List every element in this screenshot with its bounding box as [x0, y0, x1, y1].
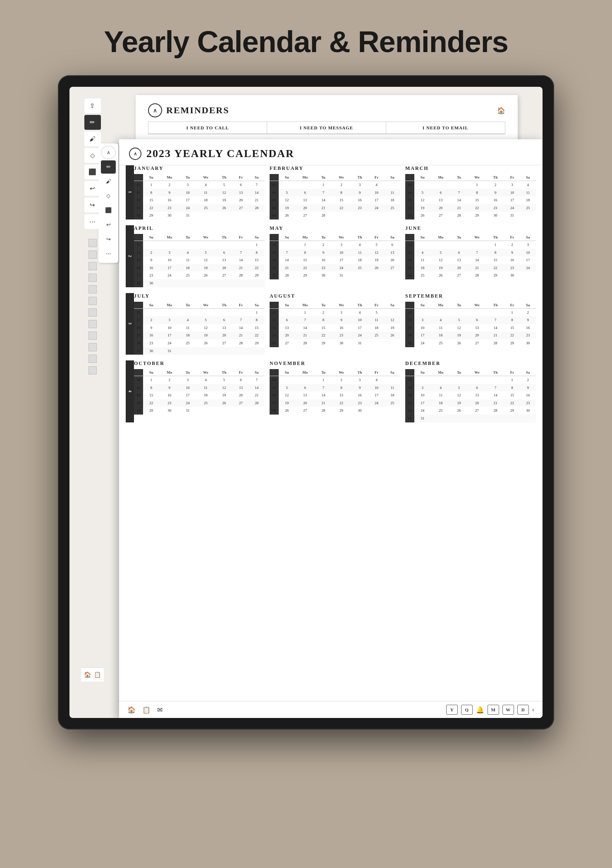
- left-checkbox-6[interactable]: [88, 297, 97, 305]
- calendar-day-cell[interactable]: 21: [467, 264, 487, 272]
- calendar-day-cell[interactable]: 6: [385, 241, 400, 248]
- calendar-day-cell[interactable]: 7: [451, 189, 467, 197]
- calendar-day-cell[interactable]: 3: [414, 384, 431, 392]
- calendar-day-cell[interactable]: 29: [487, 272, 504, 279]
- calendar-day-cell[interactable]: 11: [179, 324, 196, 332]
- calendar-day-cell[interactable]: 3: [160, 316, 179, 324]
- calendar-day-cell[interactable]: 19: [385, 324, 400, 332]
- calendar-day-cell[interactable]: 8: [143, 189, 160, 197]
- left-checkbox-12[interactable]: [88, 366, 97, 374]
- redo-btn[interactable]: ↪: [84, 198, 101, 212]
- calendar-day-cell[interactable]: 18: [520, 196, 536, 204]
- calendar-day-cell[interactable]: 11: [368, 316, 384, 324]
- calendar-day-cell[interactable]: 24: [160, 272, 179, 279]
- calendar-day-cell[interactable]: 7: [487, 316, 504, 324]
- calendar-day-cell[interactable]: 27: [233, 204, 249, 212]
- calendar-day-cell[interactable]: 10: [368, 384, 384, 392]
- calendar-day-cell[interactable]: 18: [351, 256, 369, 264]
- calendar-day-cell[interactable]: 16: [143, 331, 160, 339]
- calendar-day-cell[interactable]: 31: [179, 407, 196, 415]
- calendar-day-cell[interactable]: 9: [160, 384, 179, 392]
- calendar-day-cell[interactable]: 14: [249, 189, 265, 197]
- calendar-day-cell[interactable]: 15: [143, 391, 160, 399]
- calendar-day-cell[interactable]: 22: [332, 204, 351, 212]
- calendar-day-cell[interactable]: 2: [332, 376, 351, 384]
- calendar-day-cell[interactable]: 29: [249, 272, 265, 279]
- calendar-day-cell[interactable]: 29: [504, 407, 520, 415]
- calendar-day-cell[interactable]: 29: [143, 407, 160, 415]
- calendar-day-cell[interactable]: 21: [249, 391, 265, 399]
- calendar-day-cell[interactable]: 17: [160, 264, 179, 272]
- calendar-day-cell[interactable]: 26: [279, 407, 295, 415]
- calendar-day-cell[interactable]: 14: [487, 391, 504, 399]
- calendar-day-cell[interactable]: 7: [467, 249, 487, 257]
- calendar-day-cell[interactable]: 3: [332, 241, 351, 248]
- calendar-day-cell[interactable]: 16: [520, 324, 536, 332]
- calendar-day-cell[interactable]: 14: [233, 324, 249, 332]
- calendar-day-cell[interactable]: 9: [315, 249, 332, 257]
- calendar-day-cell[interactable]: 9: [351, 384, 369, 392]
- calendar-day-cell[interactable]: 27: [467, 407, 487, 415]
- calendar-day-cell[interactable]: 17: [414, 331, 431, 339]
- calendar-day-cell[interactable]: 13: [467, 324, 487, 332]
- calendar-day-cell[interactable]: 6: [295, 189, 315, 197]
- calendar-day-cell[interactable]: 5: [215, 181, 233, 189]
- calendar-day-cell[interactable]: 15: [249, 324, 265, 332]
- calendar-day-cell[interactable]: 7: [233, 249, 249, 257]
- calendar-day-cell[interactable]: 4: [414, 249, 431, 257]
- calendar-day-cell[interactable]: 28: [233, 272, 249, 279]
- calendar-day-cell[interactable]: 21: [315, 204, 332, 212]
- calendar-day-cell[interactable]: 24: [368, 204, 384, 212]
- calendar-day-cell[interactable]: 8: [249, 249, 265, 257]
- calendar-day-cell[interactable]: 27: [215, 272, 233, 279]
- calendar-day-cell[interactable]: 18: [385, 391, 400, 399]
- calendar-day-cell[interactable]: 5: [414, 189, 431, 197]
- left-checkbox-8[interactable]: [88, 320, 97, 328]
- calendar-day-cell[interactable]: 24: [160, 339, 179, 347]
- calendar-day-cell[interactable]: 27: [451, 272, 467, 279]
- calendar-day-cell[interactable]: 21: [451, 204, 467, 212]
- calendar-day-cell[interactable]: 22: [249, 331, 265, 339]
- calendar-day-cell[interactable]: 6: [467, 316, 487, 324]
- calendar-day-cell[interactable]: 30: [520, 339, 536, 347]
- calendar-day-cell[interactable]: 2: [504, 241, 520, 248]
- calendar-day-cell[interactable]: 16: [504, 256, 520, 264]
- calendar-day-cell[interactable]: 27: [467, 339, 487, 347]
- calendar-day-cell[interactable]: 25: [196, 204, 215, 212]
- calendar-day-cell[interactable]: 5: [196, 316, 215, 324]
- calendar-day-cell[interactable]: 2: [160, 376, 179, 384]
- calendar-day-cell[interactable]: 3: [332, 308, 351, 316]
- calendar-day-cell[interactable]: 7: [315, 384, 332, 392]
- calendar-day-cell[interactable]: 20: [467, 331, 487, 339]
- calendar-day-cell[interactable]: 16: [351, 196, 369, 204]
- reminders-home-icon[interactable]: 🏠: [497, 107, 505, 114]
- calendar-day-cell[interactable]: 29: [143, 212, 160, 219]
- calendar-day-cell[interactable]: 20: [215, 331, 233, 339]
- calendar-day-cell[interactable]: 22: [143, 399, 160, 407]
- calendar-day-cell[interactable]: 30: [332, 339, 351, 347]
- calendar-day-cell[interactable]: 30: [504, 272, 520, 279]
- calendar-day-cell[interactable]: 24: [332, 264, 351, 272]
- calendar-day-cell[interactable]: 25: [385, 399, 400, 407]
- calendar-day-cell[interactable]: 25: [414, 272, 431, 279]
- calendar-day-cell[interactable]: 7: [249, 181, 265, 189]
- calendar-day-cell[interactable]: 14: [315, 196, 332, 204]
- calendar-day-cell[interactable]: 20: [215, 264, 233, 272]
- calendar-day-cell[interactable]: 15: [315, 324, 332, 332]
- calendar-day-cell[interactable]: 15: [295, 256, 315, 264]
- calendar-day-cell[interactable]: 1: [504, 376, 520, 384]
- calendar-day-cell[interactable]: 4: [351, 308, 369, 316]
- calendar-day-cell[interactable]: 22: [249, 264, 265, 272]
- left-checkbox-2[interactable]: [88, 250, 97, 259]
- calendar-day-cell[interactable]: 24: [520, 264, 536, 272]
- calendar-day-cell[interactable]: 2: [143, 316, 160, 324]
- calendar-day-cell[interactable]: 29: [467, 212, 487, 219]
- calendar-day-cell[interactable]: 11: [196, 189, 215, 197]
- calendar-day-cell[interactable]: 19: [368, 256, 384, 264]
- calendar-day-cell[interactable]: 25: [385, 204, 400, 212]
- calendar-day-cell[interactable]: 10: [179, 189, 196, 197]
- calendar-day-cell[interactable]: 25: [520, 204, 536, 212]
- nav-year-btn[interactable]: Y: [446, 705, 458, 715]
- calendar-day-cell[interactable]: 3: [179, 181, 196, 189]
- calendar-day-cell[interactable]: 13: [467, 391, 487, 399]
